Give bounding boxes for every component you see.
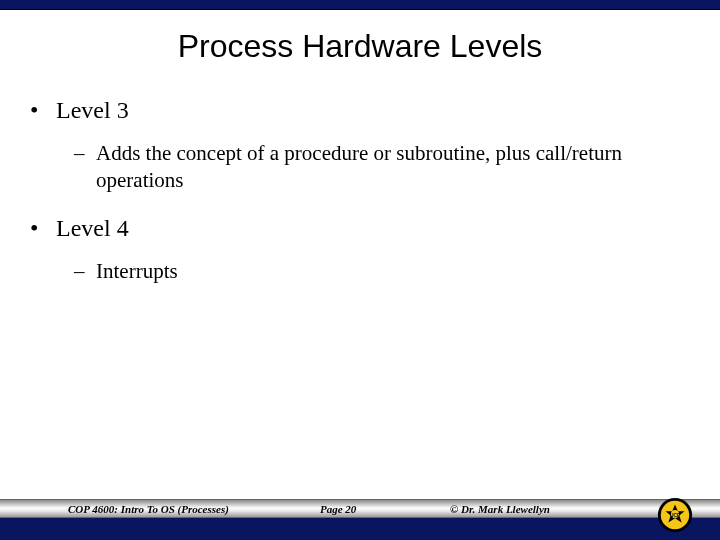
bullet-level-3: • Level 3	[30, 95, 690, 126]
bottom-border-bar	[0, 518, 720, 540]
slide-content: • Level 3 – Adds the concept of a proced…	[0, 65, 720, 285]
top-border-bar	[0, 0, 720, 10]
ucf-logo-icon: UCF	[656, 496, 694, 534]
subbullet-text: Interrupts	[96, 258, 178, 285]
bullet-label: Level 4	[56, 213, 129, 244]
dash-icon: –	[74, 140, 96, 195]
slide-title: Process Hardware Levels	[0, 28, 720, 65]
bullet-dot-icon: •	[30, 95, 56, 126]
subbullet-text: Adds the concept of a procedure or subro…	[96, 140, 656, 195]
footer-page: Page 20	[320, 503, 356, 515]
bullet-label: Level 3	[56, 95, 129, 126]
dash-icon: –	[74, 258, 96, 285]
footer-bar: COP 4600: Intro To OS (Processes) Page 2…	[0, 499, 720, 518]
footer-author: © Dr. Mark Llewellyn	[450, 503, 550, 515]
subbullet-level-4: – Interrupts	[74, 258, 690, 285]
footer-course: COP 4600: Intro To OS (Processes)	[68, 503, 229, 515]
bullet-dot-icon: •	[30, 213, 56, 244]
svg-text:UCF: UCF	[670, 513, 680, 518]
slide-footer: COP 4600: Intro To OS (Processes) Page 2…	[0, 499, 720, 540]
subbullet-level-3: – Adds the concept of a procedure or sub…	[74, 140, 690, 195]
bullet-level-4: • Level 4	[30, 213, 690, 244]
